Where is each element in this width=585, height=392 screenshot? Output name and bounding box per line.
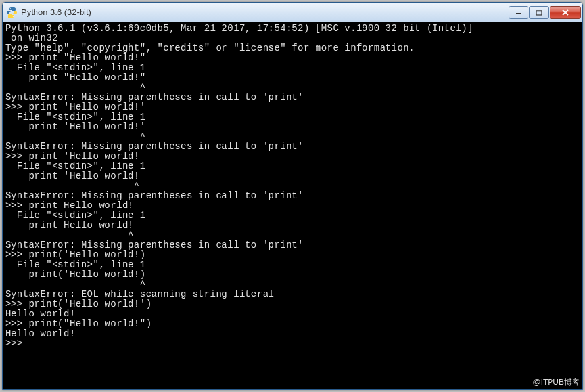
watermark: @ITPUB博客: [532, 377, 580, 388]
python-icon: [7, 7, 17, 18]
titlebar[interactable]: Python 3.6 (32-bit): [3, 3, 582, 22]
close-button[interactable]: [550, 6, 581, 19]
maximize-button[interactable]: [529, 6, 549, 19]
minimize-button[interactable]: [509, 6, 528, 19]
svg-point-0: [10, 8, 11, 9]
window-controls: [509, 6, 581, 19]
terminal-output[interactable]: Python 3.6.1 (v3.6.1:69c0db5, Mar 21 201…: [3, 22, 582, 389]
svg-point-1: [13, 16, 14, 17]
window-frame: Python 3.6 (32-bit) Python 3.6.1 (v3.6.1…: [2, 2, 583, 390]
window-title: Python 3.6 (32-bit): [21, 7, 509, 17]
